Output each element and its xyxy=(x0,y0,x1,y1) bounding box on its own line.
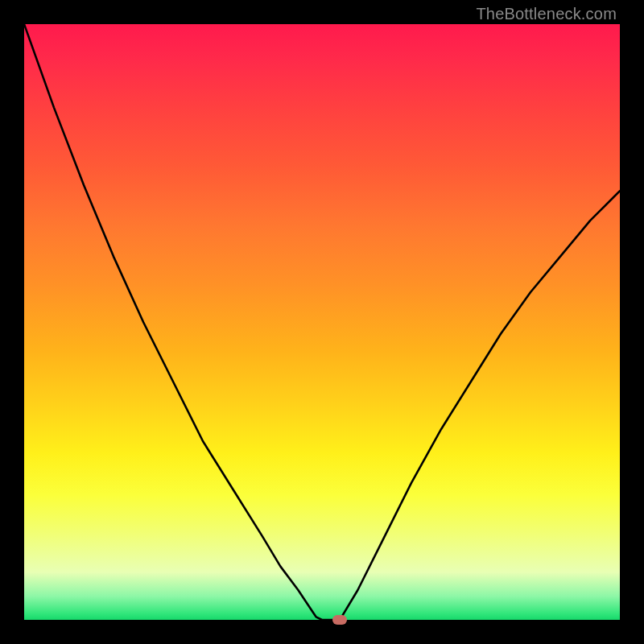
watermark-text: TheBottleneck.com xyxy=(476,5,617,23)
bottleneck-curve xyxy=(24,24,620,620)
plot-area xyxy=(24,24,620,620)
optimal-marker xyxy=(332,615,347,625)
chart-frame: TheBottleneck.com xyxy=(0,0,644,644)
curve-path xyxy=(24,24,620,620)
